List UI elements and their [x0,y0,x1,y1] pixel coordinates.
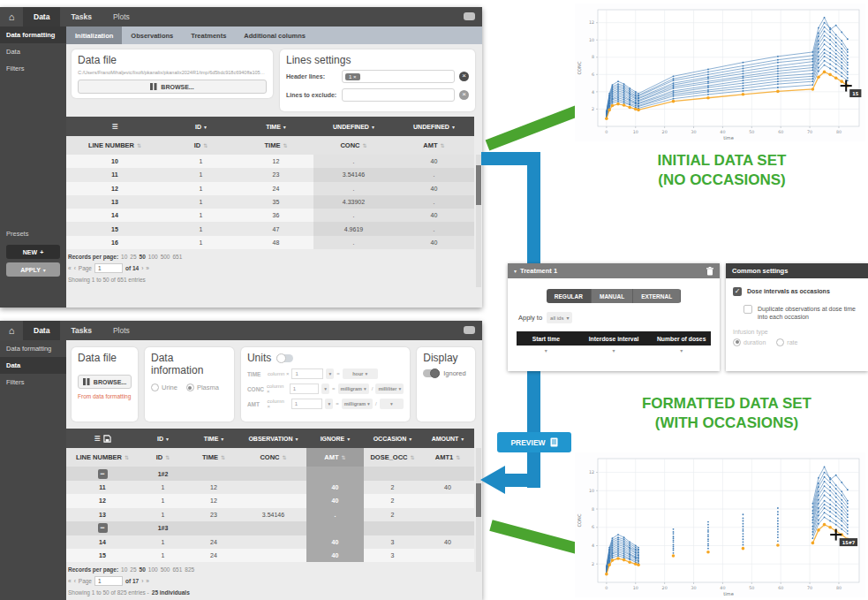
table-menu-icon[interactable]: ≡ [111,122,117,131]
sort-icon[interactable]: ⇅ [411,454,415,460]
first-page-icon[interactable]: « [68,265,72,271]
nav-tab-data[interactable]: Data [23,321,60,340]
records-option-selected[interactable]: 50 [140,566,146,573]
records-option[interactable]: 100 [148,566,158,573]
duration-radio[interactable] [733,338,741,346]
sidebar-item-filters[interactable]: Filters [0,374,66,391]
home-icon[interactable]: ⌂ [0,7,23,27]
treatment-table-row[interactable]: ▾▾▾ [517,347,711,353]
sort-icon[interactable]: ⇅ [283,142,287,148]
prev-page-icon[interactable]: ‹ [74,265,76,271]
sort-icon[interactable]: ⇅ [137,142,141,148]
clear-lines-exclude-icon[interactable]: × [459,90,469,100]
time-factor-input[interactable]: 1 [291,368,323,379]
col-dose-occ[interactable]: DOSE_OCC⇅ [364,448,421,467]
prev-page-icon[interactable]: ‹ [74,578,76,584]
tab-additional-columns[interactable]: Additional columns [235,27,314,44]
col-type-undefined-2[interactable]: UNDEFINED▾ [394,117,474,136]
records-option[interactable]: 100 [148,254,158,260]
col-type-amount[interactable]: AMOUNT▾ [421,429,474,448]
ignored-toggle[interactable] [423,369,440,377]
collapse-icon[interactable]: ▾ [514,268,517,274]
col-line-number[interactable]: LINE NUMBER⇅ [66,448,139,467]
clear-header-lines-icon[interactable]: × [459,72,469,81]
col-time[interactable]: TIME⇅ [187,448,240,467]
nav-tab-plots[interactable]: Plots [102,321,140,340]
header-lines-tag[interactable]: 1 × [345,73,360,80]
sidebar-item-data-formatting[interactable]: Data formatting [0,27,66,43]
col-amt-ignored[interactable]: AMT⇅ [306,448,364,467]
tab-external[interactable]: EXTERNAL [633,289,681,303]
amt-factor-unit-select[interactable]: ▾ [325,399,333,409]
sidebar-item-data-formatting[interactable]: Data formatting [0,340,66,357]
next-page-icon[interactable]: › [141,578,143,584]
from-data-formatting-note[interactable]: From data formatting [78,393,132,399]
header-lines-input[interactable]: 1 × [342,70,455,83]
tab-regular[interactable]: REGULAR [547,289,592,303]
col-conc[interactable]: CONC⇅ [240,448,306,467]
sidebar-item-filters[interactable]: Filters [0,60,66,77]
next-page-icon[interactable]: › [141,265,143,271]
col-conc[interactable]: CONC⇅ [313,136,394,155]
apply-to-select[interactable]: all ids▾ [547,312,572,323]
conc-unit2-select[interactable]: milliliter▾ [375,384,404,394]
apply-preset-button[interactable]: APPLY▾ [6,262,60,277]
units-toggle[interactable] [276,354,293,362]
records-option[interactable]: 500 [161,254,170,260]
collapse-group-icon[interactable]: − [98,469,108,479]
rate-radio[interactable] [776,338,784,346]
col-line-number[interactable]: LINE NUMBER⇅ [66,136,163,155]
time-factor-unit-select[interactable]: ▾ [326,368,334,379]
col-time[interactable]: TIME⇅ [238,136,313,155]
first-page-icon[interactable]: « [68,578,72,584]
sort-icon[interactable]: ⇅ [165,454,170,460]
amt-unit-select[interactable]: milligram▾ [342,399,373,409]
nav-tab-plots[interactable]: Plots [102,7,140,27]
sort-icon[interactable]: ⇅ [221,454,225,460]
collapse-group-icon[interactable]: − [98,523,108,533]
col-type-time[interactable]: TIME▾ [187,429,240,448]
sidebar-item-data[interactable]: Data [0,43,66,60]
tab-observations[interactable]: Observations [122,27,182,44]
sort-icon[interactable]: ⇅ [125,454,129,460]
dose-intervals-checkbox[interactable]: ✓ [733,287,742,296]
col-type-observation[interactable]: OBSERVATION▾ [240,429,306,448]
preview-button[interactable]: PREVIEW [497,432,571,452]
col-id[interactable]: ID⇅ [163,136,238,155]
col-id[interactable]: ID⇅ [139,448,187,467]
sort-icon[interactable]: ⇅ [203,142,208,148]
records-option-selected[interactable]: 50 [140,254,146,260]
nav-tab-data[interactable]: Data [23,7,60,27]
col-amt[interactable]: AMT⇅ [394,136,474,155]
records-option[interactable]: 825 [185,566,194,573]
nav-tab-tasks[interactable]: Tasks [60,321,102,340]
col-type-ignore[interactable]: IGNORE▾ [306,429,364,448]
plasma-radio[interactable] [186,384,194,391]
last-page-icon[interactable]: » [146,578,149,584]
conc-factor-unit-select[interactable]: ▾ [321,384,329,394]
col-type-id[interactable]: ID▾ [139,429,187,448]
sort-icon[interactable]: ⇅ [441,142,445,148]
tab-treatments[interactable]: Treatments [182,27,235,44]
trash-icon[interactable] [706,267,713,276]
page-input[interactable]: 1 [94,263,123,273]
table-scrollbar[interactable] [476,155,481,287]
lines-exclude-input[interactable] [342,88,455,102]
conc-factor-input[interactable]: 1 [290,384,320,394]
records-option[interactable]: 10 [121,254,127,260]
sort-icon[interactable]: ⇅ [363,142,367,148]
time-unit-select[interactable]: hour▾ [343,368,378,379]
col-type-undefined-1[interactable]: UNDEFINED▾ [313,117,394,136]
comment-icon[interactable] [464,326,475,334]
tab-initialization[interactable]: Initialization [66,27,122,44]
amt-factor-input[interactable]: 1 [291,399,323,409]
col-type-time[interactable]: TIME▾ [238,117,313,136]
records-option[interactable]: 25 [130,254,136,260]
amt-unit2-select[interactable]: ▾ [380,399,404,409]
records-option[interactable]: 651 [173,254,183,260]
browse-button[interactable]: BROWSE... [78,80,267,94]
urine-radio[interactable] [151,384,159,391]
sort-icon[interactable]: ⇅ [342,454,346,460]
last-page-icon[interactable]: » [146,265,149,271]
new-preset-button[interactable]: NEW+ [6,245,60,259]
